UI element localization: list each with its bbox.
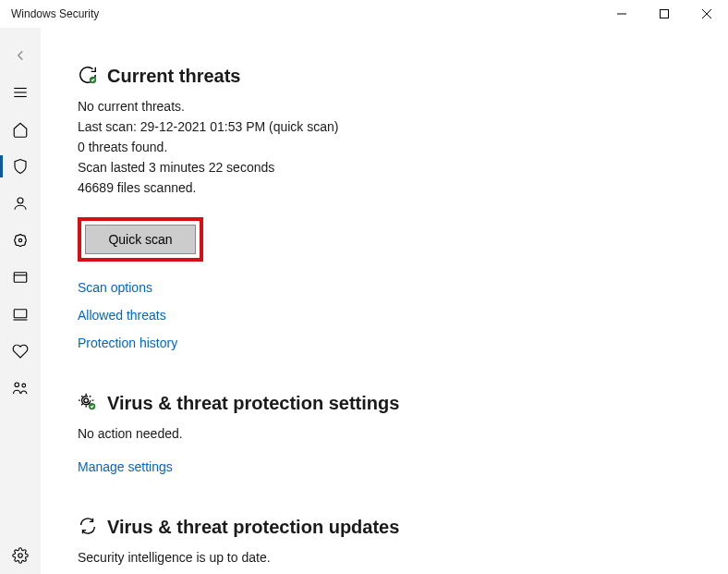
sidebar-family-options[interactable] [0,370,41,407]
svg-rect-9 [14,273,27,283]
updates-status-text: Security intelligence is up to date. [78,548,700,567]
sidebar-virus-protection[interactable] [0,148,41,185]
protection-settings-section: Virus & threat protection settings No ac… [78,392,700,474]
quick-scan-highlight: Quick scan [78,217,203,262]
svg-point-17 [84,398,89,403]
allowed-threats-link[interactable]: Allowed threats [78,308,700,323]
scan-duration-text: Scan lasted 3 minutes 22 seconds [78,158,700,177]
sidebar [0,28,41,574]
settings-title: Virus & threat protection settings [107,393,399,414]
update-icon [78,516,98,539]
window-controls [601,0,728,28]
updates-title: Virus & threat protection updates [107,517,399,538]
sidebar-settings[interactable] [0,537,41,574]
sidebar-device-performance[interactable] [0,333,41,370]
no-threats-text: No current threats. [78,97,700,116]
quick-scan-button[interactable]: Quick scan [85,225,196,254]
last-scan-text: Last scan: 29-12-2021 01:53 PM (quick sc… [78,117,700,136]
sidebar-app-browser[interactable] [0,259,41,296]
settings-status-text: No action needed. [78,424,700,443]
sidebar-device-security[interactable] [0,296,41,333]
files-scanned-text: 46689 files scanned. [78,178,700,197]
threats-title: Current threats [107,66,240,87]
scan-options-link[interactable]: Scan options [78,280,700,295]
content-area: Current threats No current threats. Last… [41,28,728,574]
protection-updates-section: Virus & threat protection updates Securi… [78,516,700,567]
back-button[interactable] [0,37,41,74]
maximize-button[interactable] [643,0,686,28]
settings-gear-icon [78,392,98,415]
minimize-button[interactable] [601,0,643,28]
sidebar-home[interactable] [0,111,41,148]
svg-point-15 [18,554,23,558]
close-button[interactable] [686,0,728,28]
threats-found-text: 0 threats found. [78,138,700,156]
current-threats-section: Current threats No current threats. Last… [78,65,700,350]
titlebar: Windows Security [0,0,728,28]
svg-point-8 [18,238,21,241]
svg-point-7 [18,198,23,203]
protection-history-link[interactable]: Protection history [78,336,700,350]
svg-rect-1 [661,10,669,18]
scan-icon [78,65,98,88]
manage-settings-link[interactable]: Manage settings [78,459,700,474]
menu-button[interactable] [0,74,41,111]
window-title: Windows Security [11,7,99,20]
sidebar-firewall[interactable] [0,222,41,259]
svg-point-13 [15,383,19,387]
svg-rect-11 [14,310,27,318]
sidebar-account-protection[interactable] [0,185,41,222]
svg-point-14 [22,384,26,387]
